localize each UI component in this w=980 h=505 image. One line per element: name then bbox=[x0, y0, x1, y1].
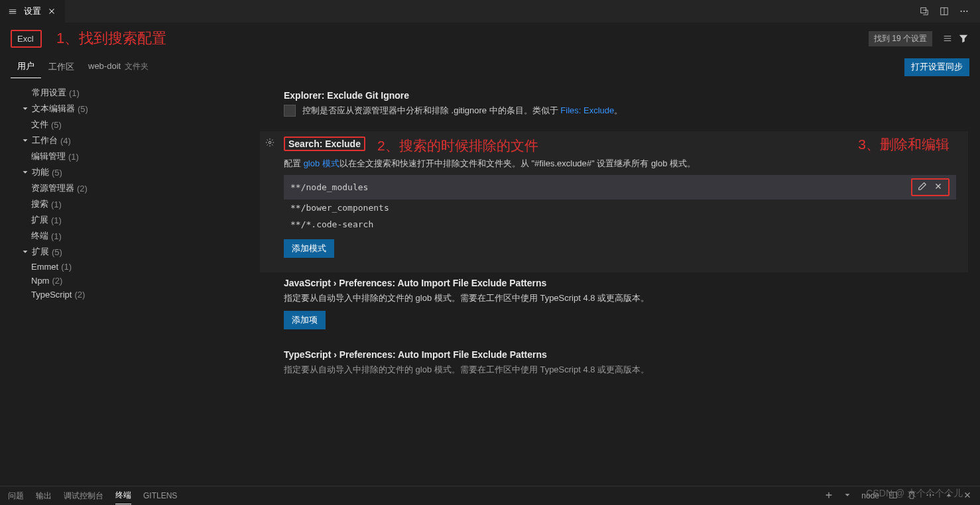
panel-problems[interactable]: 问题 bbox=[8, 488, 24, 504]
setting-title: Search: Exclude bbox=[284, 137, 365, 151]
panel-debug-console[interactable]: 调试控制台 bbox=[64, 488, 103, 504]
setting-title: JavaScript › Preferences: Auto Import Fi… bbox=[284, 278, 956, 288]
search-box bbox=[11, 30, 42, 48]
setting-description: 指定要从自动导入中排除的文件的 glob 模式。需要在工作区中使用 TypeSc… bbox=[284, 364, 956, 376]
list-item[interactable]: **/*.code-search bbox=[284, 216, 956, 233]
setting-description: 指定要从自动导入中排除的文件的 glob 模式。需要在工作区中使用 TypeSc… bbox=[284, 292, 956, 304]
more-icon[interactable] bbox=[959, 6, 969, 17]
close-icon[interactable] bbox=[46, 6, 57, 17]
add-item-button[interactable]: 添加项 bbox=[284, 311, 326, 329]
open-json-icon[interactable] bbox=[919, 6, 930, 17]
setting-search-exclude: Search: Exclude 2、搜索的时候排除的文件 3、删除和编辑 配置 … bbox=[260, 131, 968, 272]
settings-editor: Explorer: Exclude Git Ignore 控制是否应从资源管理器… bbox=[260, 78, 980, 488]
annotation-3: 3、删除和编辑 bbox=[858, 135, 949, 154]
chevron-down-icon bbox=[20, 247, 31, 256]
link-glob[interactable]: glob 模式 bbox=[304, 158, 339, 168]
tab-actions bbox=[919, 6, 980, 17]
toc-text-editor[interactable]: 文本编辑器(5) bbox=[5, 101, 260, 117]
link-files-exclude[interactable]: Files: Exclude bbox=[560, 105, 614, 115]
setting-ts-auto-import-exclude: TypeScript › Preferences: Auto Import Fi… bbox=[260, 344, 968, 390]
panel-output[interactable]: 输出 bbox=[36, 488, 52, 504]
svg-point-2 bbox=[961, 11, 962, 12]
filter-icon[interactable] bbox=[957, 32, 969, 44]
settings-scope-row: 用户 工作区 web-doit 文件夹 打开设置同步 bbox=[0, 54, 980, 78]
scope-workspace[interactable]: 工作区 bbox=[42, 57, 81, 78]
toc-workbench[interactable]: 工作台(4) bbox=[5, 133, 260, 148]
toc-editor-mgmt[interactable]: 编辑管理(1) bbox=[5, 148, 260, 164]
new-terminal-icon[interactable] bbox=[824, 490, 833, 502]
svg-point-5 bbox=[269, 141, 271, 144]
toc-ext-feat[interactable]: 扩展(1) bbox=[5, 212, 260, 228]
toc-features[interactable]: 功能(5) bbox=[5, 164, 260, 180]
chevron-down-icon bbox=[20, 168, 31, 177]
checkbox[interactable] bbox=[284, 105, 296, 117]
toc-npm[interactable]: Npm(2) bbox=[5, 274, 260, 288]
settings-sync-button[interactable]: 打开设置同步 bbox=[904, 58, 969, 76]
toc-common[interactable]: 常用设置(1) bbox=[5, 85, 260, 101]
toc-emmet[interactable]: Emmet(1) bbox=[5, 260, 260, 274]
setting-explorer-exclude-git-ignore: Explorer: Exclude Git Ignore 控制是否应从资源管理器… bbox=[260, 85, 968, 131]
chevron-down-icon bbox=[20, 136, 31, 145]
setting-description: 控制是否应从资源管理器中分析和排除 .gitignore 中的条目。类似于 Fi… bbox=[284, 105, 956, 117]
split-editor-icon[interactable] bbox=[939, 6, 949, 17]
terminal-dropdown-icon[interactable] bbox=[843, 490, 852, 502]
panel-gitlens[interactable]: GITLENS bbox=[143, 488, 177, 503]
toc-explorer[interactable]: 资源管理器(2) bbox=[5, 180, 260, 196]
toc-terminal[interactable]: 终端(1) bbox=[5, 228, 260, 244]
scope-user[interactable]: 用户 bbox=[11, 56, 41, 78]
settings-icon bbox=[8, 6, 19, 17]
annotation-2: 2、搜索的时候排除的文件 bbox=[377, 137, 538, 155]
search-input[interactable] bbox=[17, 34, 35, 44]
tab-settings[interactable]: 设置 bbox=[0, 0, 65, 23]
settings-toc: 常用设置(1) 文本编辑器(5) 文件(5) 工作台(4) 编辑管理(1) 功能… bbox=[0, 78, 260, 488]
scope-folder[interactable]: web-doit 文件夹 bbox=[82, 57, 155, 78]
add-pattern-button[interactable]: 添加模式 bbox=[284, 239, 334, 258]
delete-icon[interactable] bbox=[934, 182, 943, 193]
annotation-1: 1、找到搜索配置 bbox=[56, 28, 166, 48]
gear-icon[interactable] bbox=[265, 138, 275, 149]
chevron-down-icon bbox=[20, 104, 31, 113]
settings-search-row: 1、找到搜索配置 找到 19 个设置 bbox=[0, 23, 980, 54]
editor-tab-bar: 设置 bbox=[0, 0, 980, 23]
setting-title: TypeScript › Preferences: Auto Import Fi… bbox=[284, 349, 956, 360]
svg-point-3 bbox=[963, 11, 965, 12]
toc-files[interactable]: 文件(5) bbox=[5, 117, 260, 133]
setting-js-auto-import-exclude: JavaScript › Preferences: Auto Import Fi… bbox=[260, 272, 968, 344]
svg-point-4 bbox=[966, 11, 967, 12]
toc-search[interactable]: 搜索(1) bbox=[5, 196, 260, 212]
clear-search-icon[interactable] bbox=[942, 32, 953, 44]
edit-icon[interactable] bbox=[918, 182, 927, 193]
setting-title: Explorer: Exclude Git Ignore bbox=[284, 90, 956, 101]
row-actions-box bbox=[911, 178, 949, 196]
results-count: 找到 19 个设置 bbox=[869, 31, 932, 46]
toc-typescript[interactable]: TypeScript(2) bbox=[5, 288, 260, 302]
exclude-list: **/node_modules **/bower_components **/*… bbox=[284, 175, 956, 233]
panel-terminal[interactable]: 终端 bbox=[115, 487, 131, 504]
list-item[interactable]: **/bower_components bbox=[284, 199, 956, 216]
toc-extensions[interactable]: 扩展(5) bbox=[5, 244, 260, 260]
watermark: CSDN @ 大个个个个儿 bbox=[866, 488, 963, 500]
panel-bar: 问题 输出 调试控制台 终端 GITLENS node bbox=[0, 486, 980, 505]
tab-title: 设置 bbox=[24, 5, 41, 17]
list-item[interactable]: **/node_modules bbox=[284, 175, 956, 199]
close-panel-icon[interactable] bbox=[963, 490, 972, 502]
